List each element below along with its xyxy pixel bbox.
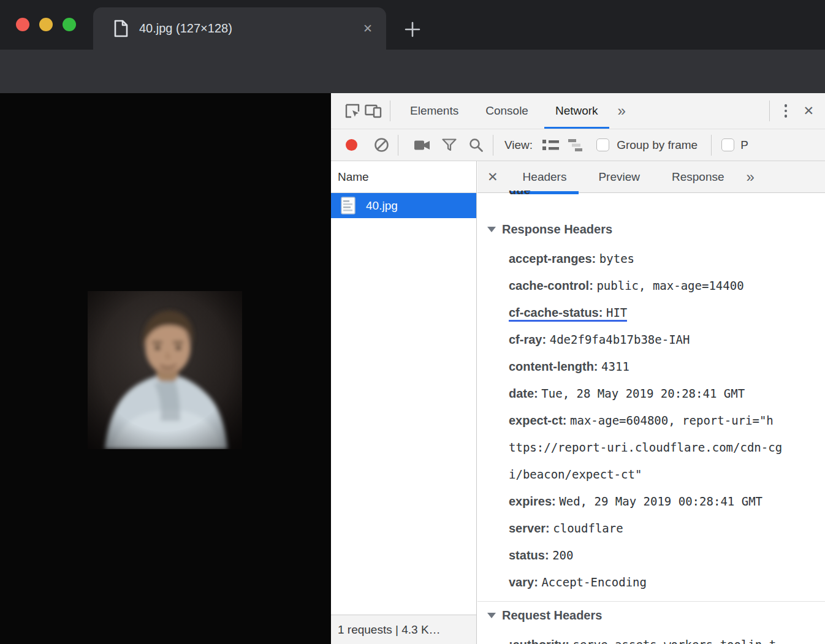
- more-detail-tabs-icon[interactable]: »: [740, 169, 761, 186]
- name-column-header[interactable]: Name: [331, 161, 476, 193]
- more-tabs-icon[interactable]: »: [612, 102, 632, 119]
- mac-zoom-button[interactable]: [63, 18, 76, 31]
- collapse-triangle-icon: [487, 613, 496, 618]
- tab-title: 40.jpg (127×128): [139, 21, 363, 36]
- tab-console[interactable]: Console: [472, 93, 542, 129]
- browser-toolbar: https:///faces/40.jpg: [0, 50, 825, 93]
- list-view-icon[interactable]: [540, 135, 561, 156]
- tab-close-icon[interactable]: ✕: [363, 21, 373, 36]
- scrolled-text-fragment: due: [509, 191, 531, 197]
- divider: [390, 100, 390, 121]
- detail-tab-bar: ✕ Headers Preview Response » due: [477, 161, 825, 193]
- mac-minimize-button[interactable]: [39, 18, 53, 31]
- divider: [398, 135, 398, 156]
- page-file-icon: [114, 20, 128, 37]
- group-by-frame-checkbox[interactable]: [596, 138, 609, 151]
- header-row: date: Tue, 28 May 2019 20:28:41 GMT: [509, 380, 819, 407]
- requests-summary-bar: 1 requests | 4.3 K…: [331, 615, 476, 644]
- close-detail-icon[interactable]: ✕: [477, 170, 507, 184]
- page-content: [0, 93, 331, 644]
- request-name: 40.jpg: [366, 199, 398, 213]
- divider: [769, 100, 770, 121]
- filter-icon[interactable]: [439, 135, 460, 156]
- header-row: :authority: serve-assets-workers-toolin-…: [509, 631, 819, 644]
- request-row-40jpg[interactable]: 40.jpg: [331, 193, 476, 218]
- clear-icon[interactable]: [371, 135, 392, 156]
- search-icon[interactable]: [466, 135, 487, 156]
- network-main: Name 40.jpg 1 requests | 4.3 K… ✕ Header…: [331, 161, 825, 644]
- divider: [493, 135, 493, 156]
- portrait-image: [88, 291, 242, 449]
- header-row: cf-ray: 4de2f9fa4b17b38e-IAH: [509, 326, 819, 353]
- response-headers-list: accept-ranges: bytes cache-control: publ…: [509, 245, 825, 596]
- tab-elements[interactable]: Elements: [397, 93, 472, 129]
- headers-pane: Response Headers accept-ranges: bytes ca…: [477, 193, 825, 644]
- mac-close-button[interactable]: [16, 18, 29, 31]
- header-row: expect-ct: max-age=604800, report-uri="h…: [509, 407, 819, 488]
- inspect-element-icon[interactable]: [342, 100, 363, 121]
- tab-strip: 40.jpg (127×128) ✕: [0, 0, 825, 50]
- devtools-close-icon[interactable]: ✕: [796, 104, 821, 118]
- browser-window: 40.jpg (127×128) ✕ https:///faces/40.jpg: [0, 0, 825, 644]
- request-headers-section-header[interactable]: Request Headers: [487, 602, 825, 629]
- devtools-panel: Elements Console Network » ✕: [331, 93, 825, 644]
- view-label: View:: [504, 138, 533, 152]
- new-tab-button[interactable]: [402, 19, 423, 40]
- waterfall-view-icon[interactable]: [566, 135, 587, 156]
- devtools-menu-icon[interactable]: [776, 104, 796, 118]
- document-icon: [341, 197, 355, 214]
- tab-network[interactable]: Network: [542, 93, 612, 129]
- header-row: status: 200: [509, 542, 819, 569]
- header-row: accept-ranges: bytes: [509, 245, 819, 272]
- preserve-log-label-partial: P: [740, 138, 748, 152]
- record-network-log-icon[interactable]: [346, 139, 357, 151]
- header-row: vary: Accept-Encoding: [509, 569, 819, 596]
- header-row: cf-cache-status: HIT: [509, 299, 819, 326]
- tab-preview[interactable]: Preview: [582, 161, 656, 193]
- collapse-triangle-icon: [487, 227, 496, 232]
- header-row: expires: Wed, 29 May 2019 00:28:41 GMT: [509, 488, 819, 515]
- device-toolbar-icon[interactable]: [363, 100, 384, 121]
- requests-summary: 1 requests | 4.3 K…: [338, 623, 441, 637]
- tab-response[interactable]: Response: [656, 161, 740, 193]
- browser-tab[interactable]: 40.jpg (127×128) ✕: [93, 7, 386, 50]
- requests-panel: Name 40.jpg 1 requests | 4.3 K…: [331, 161, 477, 644]
- header-row: server: cloudflare: [509, 515, 819, 542]
- header-row: cache-control: public, max-age=14400: [509, 272, 819, 299]
- request-headers-list: :authority: serve-assets-workers-toolin-…: [509, 631, 825, 644]
- preserve-log-checkbox[interactable]: [721, 138, 734, 151]
- request-detail-panel: ✕ Headers Preview Response » due Respons…: [477, 161, 825, 644]
- tab-headers[interactable]: Headers: [507, 161, 583, 193]
- network-toolbar: View: Group by frame P: [331, 129, 825, 161]
- header-row: content-length: 4311: [509, 353, 819, 380]
- devtools-tab-bar: Elements Console Network » ✕: [331, 93, 825, 129]
- group-by-frame-label: Group by frame: [617, 138, 698, 152]
- divider: [711, 135, 712, 156]
- response-headers-section-header[interactable]: Response Headers: [487, 216, 825, 243]
- screenshot-capture-icon[interactable]: [412, 135, 433, 156]
